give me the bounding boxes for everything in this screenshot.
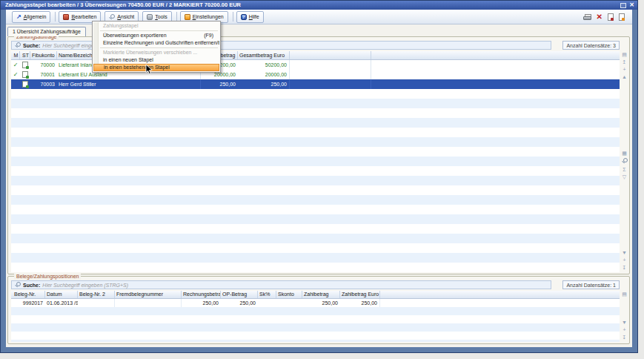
go-last-icon[interactable]: ↧: [623, 264, 627, 271]
belege-table: Beleg-Nr. Datum Beleg-Nr. 2 Fremdbelegnu…: [11, 291, 620, 342]
empty-rows: [11, 307, 620, 342]
settings-icon: [185, 14, 190, 20]
print-icon[interactable]: [583, 14, 591, 21]
zoom-icon[interactable]: [622, 158, 628, 165]
scroll-up-icon[interactable]: ▲: [622, 73, 627, 81]
go-first-icon[interactable]: ↥: [623, 59, 627, 66]
empty-rows: [11, 89, 620, 272]
menu-item-bestehender-stapel[interactable]: in einen bestehenden Stapel: [93, 64, 219, 71]
screen: { "window": { "title": "Zahlungsstapel b…: [0, 0, 644, 359]
close-window-icon[interactable]: ✕: [629, 2, 634, 8]
edit-icon: [63, 14, 69, 20]
mouse-cursor: [145, 64, 153, 76]
go-last-icon[interactable]: ↧: [623, 334, 627, 341]
lower-search-field[interactable]: Suche: Hier Suchbegriff eingeben (STRG+S…: [11, 280, 551, 289]
application-window: Zahlungsstapel bearbeiten / 3 Überweisun…: [0, 0, 638, 353]
new-document-icon[interactable]: [619, 13, 625, 21]
add-icon[interactable]: +: [623, 257, 625, 264]
menu-item-einzelne-rechnungen[interactable]: Einzelne Rechnungen und Gutschriften ent…: [93, 39, 219, 47]
menubar-separator: [233, 12, 233, 22]
column-options-icon[interactable]: ▤: [622, 291, 627, 298]
grid-view-icon[interactable]: ▦: [622, 150, 627, 157]
help-icon: ?: [241, 14, 247, 20]
record-count-badge: Anzahl Datensätze: 3: [562, 41, 620, 50]
record-count-badge: Anzahl Datensätze: 1: [562, 280, 620, 289]
search-placeholder: Hier Suchbegriff eingeben (STRG+S): [42, 283, 128, 288]
restore-window-icon[interactable]: [620, 3, 626, 8]
status-doc-icon: [22, 62, 28, 68]
group-label: Belege/Zahlungspositionen: [14, 274, 81, 280]
shortcut-label: (F9): [204, 32, 213, 39]
menu-allgemein[interactable]: ↗ Allgemein: [12, 11, 50, 23]
delete-icon[interactable]: ✕: [597, 13, 602, 21]
status-doc-icon: [22, 81, 28, 88]
window-title: Zahlungsstapel bearbeiten / 3 Überweisun…: [5, 1, 241, 8]
scroll-down-icon[interactable]: ▼: [622, 319, 627, 326]
search-icon: [15, 42, 21, 48]
scroll-down-icon[interactable]: ▼: [622, 249, 627, 257]
menu-item-markierte-verschieben: Markierte Überweisungen verschieben ...: [93, 49, 219, 56]
menu-item-ueberweisungen-exportieren[interactable]: (F9) Überweisungen exportieren: [93, 32, 219, 39]
marked-check-icon: ✓: [13, 71, 19, 78]
status-doc-icon: [22, 71, 28, 78]
search-icon: [15, 282, 21, 288]
column-options-icon[interactable]: ▤: [622, 51, 627, 59]
view-magnifier-icon: [109, 14, 115, 20]
filter-icon[interactable]: ▽: [623, 174, 626, 181]
add-icon[interactable]: +: [623, 66, 625, 73]
upper-grid-toolbar: ▤ ↥ + ▲ ▦ Σ ▽ ▼ + ↧: [620, 51, 628, 271]
lower-grid-toolbar: ▤ ▼ + ↧: [620, 291, 628, 341]
tools-dropdown-menu: Zahlungsstapel (F9) Überweisungen export…: [92, 21, 221, 73]
menu-item-zahlungsstapel: Zahlungsstapel: [93, 22, 219, 30]
table-row-selected[interactable]: 70003 Herr Gerd Stiller 250,00 250,00: [11, 79, 620, 89]
menu-separator: [100, 47, 218, 48]
add-icon[interactable]: +: [623, 326, 625, 334]
menu-hilfe[interactable]: ? Hilfe: [236, 11, 264, 23]
menu-item-neuer-stapel[interactable]: in einen neuen Stapel: [93, 56, 219, 64]
table-row[interactable]: 9992017 01.06.2013 /Sa 250,00 250,00 250…: [11, 299, 620, 307]
remove-document-icon[interactable]: [608, 13, 614, 21]
title-bar[interactable]: Zahlungsstapel bearbeiten / 3 Überweisun…: [1, 1, 637, 10]
belege-group: Belege/Zahlungspositionen Suche: Hier Su…: [7, 276, 630, 344]
menu-separator: [100, 30, 218, 31]
tools-icon: [147, 14, 153, 20]
client-area: ↗ Allgemein Bearbeiten Ansicht Tools Ein…: [6, 10, 632, 347]
zahlungsauftraege-table: M ST Fibukonto Name/Bezeichnung Gesamtbe…: [11, 51, 620, 272]
sum-icon[interactable]: Σ: [623, 166, 625, 174]
table-header[interactable]: Beleg-Nr. Datum Beleg-Nr. 2 Fremdbelegnu…: [11, 291, 620, 299]
tab-uebersicht-zahlungsauftraege[interactable]: 1 Übersicht Zahlungsaufträge: [7, 27, 86, 36]
menubar-separator: [55, 12, 56, 22]
arrow-ne-icon: ↗: [16, 14, 21, 20]
marked-check-icon: ✓: [13, 62, 19, 68]
